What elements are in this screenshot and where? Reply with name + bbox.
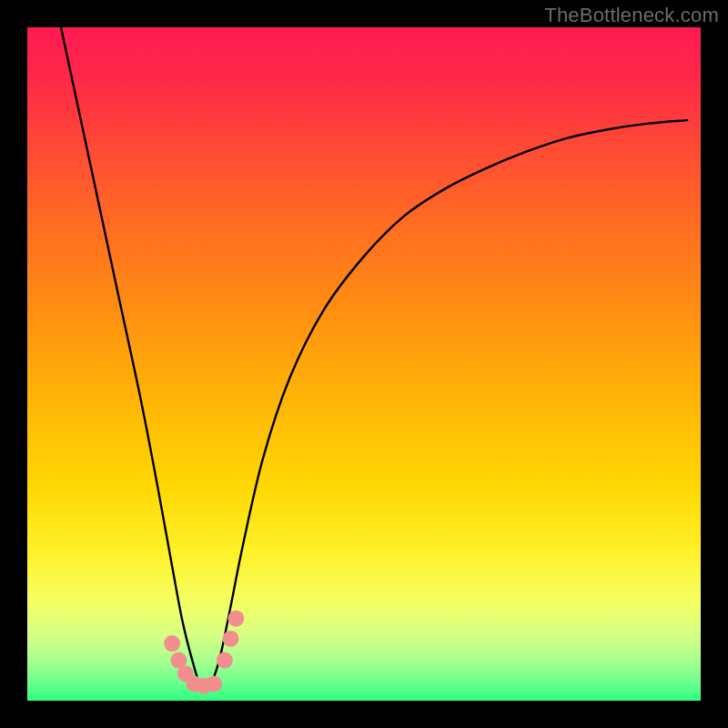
highlight-dot [228,611,244,627]
highlight-dot [217,652,233,669]
highlight-dot [222,631,238,647]
bottleneck-chart [27,27,701,701]
highlight-dot [206,676,222,693]
chart-frame: TheBottleneck.com [0,0,728,728]
highlight-dot [164,635,180,652]
heat-background [27,27,701,701]
watermark-text: TheBottleneck.com [544,4,719,27]
